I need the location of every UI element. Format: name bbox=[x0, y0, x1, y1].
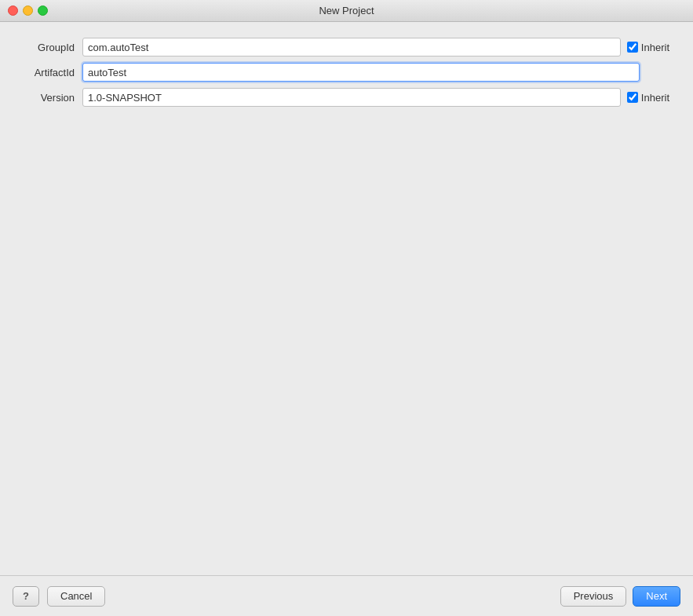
groupid-label: GroupId bbox=[24, 42, 82, 53]
next-button[interactable]: Next bbox=[633, 586, 680, 607]
title-bar: New Project bbox=[0, 0, 693, 22]
artifactid-label: ArtifactId bbox=[24, 67, 82, 78]
minimize-button[interactable] bbox=[23, 5, 33, 16]
artifactid-input[interactable] bbox=[82, 63, 640, 82]
previous-button[interactable]: Previous bbox=[560, 586, 627, 607]
groupid-inherit-group: Inherit bbox=[627, 42, 669, 53]
window-title: New Project bbox=[319, 5, 374, 16]
groupid-inherit-checkbox[interactable] bbox=[627, 42, 638, 53]
version-inherit-group: Inherit bbox=[627, 92, 669, 104]
close-button[interactable] bbox=[8, 5, 18, 16]
groupid-row: GroupId Inherit bbox=[24, 38, 669, 56]
cancel-button[interactable]: Cancel bbox=[47, 586, 105, 607]
version-label: Version bbox=[24, 92, 82, 104]
version-inherit-checkbox[interactable] bbox=[627, 92, 638, 103]
version-row: Version Inherit bbox=[24, 88, 669, 107]
maximize-button[interactable] bbox=[38, 5, 48, 16]
version-inherit-label: Inherit bbox=[641, 92, 669, 104]
help-button[interactable]: ? bbox=[13, 586, 39, 607]
groupid-inherit-label: Inherit bbox=[641, 42, 669, 53]
main-content: GroupId Inherit ArtifactId Version Inher… bbox=[0, 22, 693, 575]
bottom-right: Previous Next bbox=[560, 586, 680, 607]
version-input[interactable] bbox=[82, 88, 621, 107]
bottom-bar: ? Cancel Previous Next bbox=[0, 575, 693, 616]
bottom-left: ? Cancel bbox=[13, 586, 105, 607]
window-controls[interactable] bbox=[8, 5, 48, 16]
artifactid-row: ArtifactId bbox=[24, 63, 669, 82]
groupid-input[interactable] bbox=[82, 38, 621, 56]
